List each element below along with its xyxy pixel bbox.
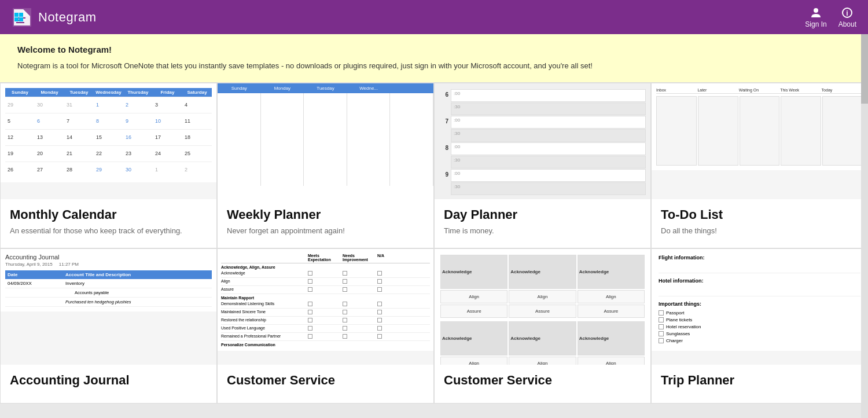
todo-header: InboxLaterWaiting OnThis WeekToday [656, 88, 863, 94]
acct-header: Date Account Title and Description [5, 270, 212, 279]
person-icon [810, 6, 822, 19]
day-planner-info: Day Planner Time is money. [435, 199, 650, 248]
accounting-journal-info: Accounting Journal [1, 365, 216, 403]
weekly-planner-preview: SundayMondayTuesdayWedne... [218, 83, 433, 199]
trip-flight-label: Flight information: [659, 255, 860, 261]
template-customer-service-cb[interactable]: Meets Expectation Needs Improvement N/A … [217, 248, 434, 404]
sign-in-button[interactable]: Sign In [805, 6, 826, 28]
trip-planner-title: Trip Planner [661, 373, 858, 388]
acct-row-1: 04/09/20XX Inventory [5, 279, 212, 288]
monthly-calendar-info: Monthly Calendar An essential for those … [1, 199, 216, 248]
svg-rect-9 [19, 17, 23, 21]
info-icon: i [841, 6, 854, 19]
day-planner-preview: 6 :00 :30 7 :00 :30 8 :00 [435, 83, 650, 199]
template-accounting-journal[interactable]: Accounting Journal Thursday, April 9, 20… [0, 248, 217, 404]
svg-rect-7 [19, 13, 23, 17]
ack-grid-1: Acknowledge Acknowledge Acknowledge Alig… [440, 255, 645, 318]
welcome-banner: Welcome to Notegram! Notegram is a tool … [0, 34, 868, 83]
monthly-calendar-preview: SundayMondayTuesdayWednesdayThursdayFrid… [1, 83, 216, 199]
weekly-planner-info: Weekly Planner Never forget an appointme… [218, 199, 433, 248]
trip-planner-preview: Flight information: Hotel information: I… [652, 249, 867, 365]
cb-section-2: Maintain Rapport [221, 294, 430, 300]
customer-service-ack-title: Customer Service [444, 373, 641, 388]
customer-service-ack-preview: Acknowledge Acknowledge Acknowledge Alig… [435, 249, 650, 365]
logo[interactable]: Notegram [12, 7, 97, 28]
svg-rect-6 [14, 13, 19, 17]
cb-row-7: Used Positive Language [221, 325, 430, 333]
customer-service-cb-info: Customer Service [218, 365, 433, 403]
accounting-journal-title: Accounting Journal [10, 373, 207, 388]
notegram-logo-icon [12, 7, 32, 28]
day-planner-desc: Time is money. [444, 226, 641, 236]
welcome-description: Notegram is a tool for Microsoft OneNote… [17, 60, 596, 72]
day-planner-title: Day Planner [444, 207, 641, 222]
cb-section-1: Acknowledge, Align, Assure [221, 263, 430, 270]
customer-service-cb-title: Customer Service [227, 373, 424, 388]
weekly-header: SundayMondayTuesdayWedne... [218, 83, 433, 93]
svg-text:i: i [847, 9, 848, 17]
cb-row-6: Restored the relationship [221, 317, 430, 325]
cb-header: Meets Expectation Needs Improvement N/A [221, 252, 430, 263]
monthly-calendar-title: Monthly Calendar [10, 207, 207, 222]
acct-row-2: Accounts payable [5, 288, 212, 298]
app-title: Notegram [38, 10, 97, 25]
acct-preview-title: Accounting Journal [5, 254, 212, 261]
cb-row-1: Acknowledge [221, 270, 430, 278]
svg-rect-5 [16, 22, 24, 23]
header-actions: Sign In i About [805, 6, 856, 28]
weekly-planner-title: Weekly Planner [227, 207, 424, 222]
template-day-planner[interactable]: 6 :00 :30 7 :00 :30 8 :00 [434, 83, 651, 248]
cb-row-5: Maintained Sincere Tone [221, 309, 430, 317]
template-monthly-calendar[interactable]: SundayMondayTuesdayWednesdayThursdayFrid… [0, 83, 217, 248]
cal-header: SundayMondayTuesdayWednesdayThursdayFrid… [5, 88, 212, 97]
acct-preview-date: Thursday, April 9, 2015 11:27 PM [5, 262, 212, 267]
todo-list-desc: Do all the things! [661, 226, 858, 236]
cb-row-3: Assure [221, 286, 430, 294]
cb-row-2: Align [221, 278, 430, 286]
acct-row-3: Purchased ten hedgehog plushies [5, 298, 212, 307]
ack-grid-2: Acknowledge Acknowledge Acknowledge Alig… [440, 321, 645, 365]
todo-list-title: To-Do List [661, 207, 858, 222]
header: Notegram Sign In i About [0, 0, 868, 34]
customer-service-cb-preview: Meets Expectation Needs Improvement N/A … [218, 249, 433, 365]
weekly-planner-desc: Never forget an appointment again! [227, 226, 424, 236]
scrollbar[interactable] [861, 34, 868, 418]
template-weekly-planner[interactable]: SundayMondayTuesdayWedne... Weekly Plann… [217, 83, 434, 248]
svg-point-10 [814, 8, 818, 13]
trip-checklist: Passport Plane tickets Hotel reservation… [659, 310, 860, 343]
monthly-calendar-desc: An essential for those who keep track of… [10, 226, 207, 236]
trip-hotel-label: Hotel information: [659, 278, 860, 284]
welcome-title: Welcome to Notegram! [17, 45, 851, 54]
trip-important-label: Important things: [659, 301, 860, 307]
template-customer-service-ack[interactable]: Acknowledge Acknowledge Acknowledge Alig… [434, 248, 651, 404]
svg-rect-8 [14, 17, 19, 21]
cal-grid: 293031 1234 5678 91011 12131415 161718 1… [5, 97, 212, 178]
todo-list-info: To-Do List Do all the things! [652, 199, 867, 248]
trip-planner-info: Trip Planner [652, 365, 867, 403]
template-todo-list[interactable]: InboxLaterWaiting OnThis WeekToday To-Do… [651, 83, 868, 248]
about-button[interactable]: i About [838, 6, 856, 28]
cb-section-3: Personalize Communication [221, 341, 430, 347]
template-trip-planner[interactable]: Flight information: Hotel information: I… [651, 248, 868, 404]
customer-service-ack-info: Customer Service [435, 365, 650, 403]
templates-grid: SundayMondayTuesdayWednesdayThursdayFrid… [0, 83, 868, 404]
cb-row-8: Remained a Professional Partner [221, 333, 430, 341]
cb-row-4: Demonstrated Listening Skills [221, 300, 430, 309]
todo-list-preview: InboxLaterWaiting OnThis WeekToday [652, 83, 867, 199]
scrollbar-thumb[interactable] [861, 34, 868, 104]
weekly-body [218, 93, 433, 186]
accounting-journal-preview: Accounting Journal Thursday, April 9, 20… [1, 249, 216, 365]
